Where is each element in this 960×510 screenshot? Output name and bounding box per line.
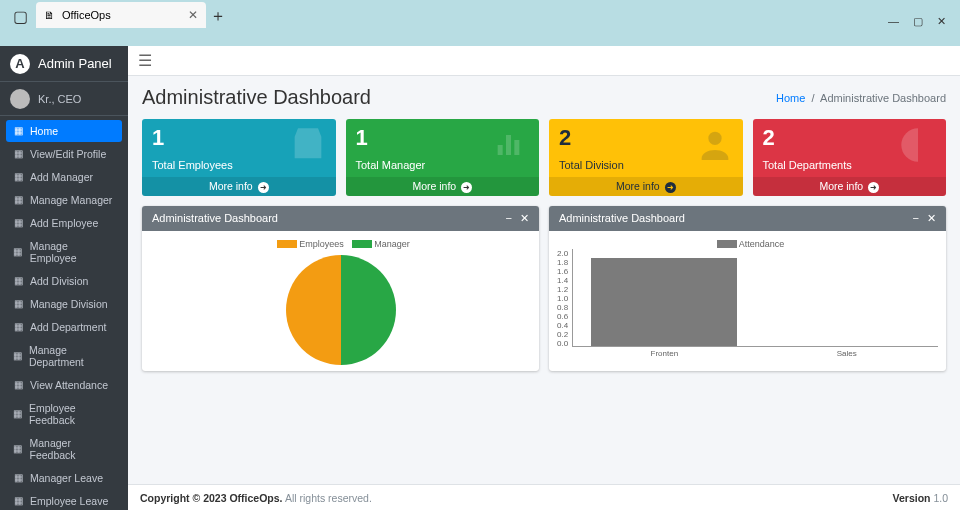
sidebar-item-label: Employee Feedback [29,402,116,426]
window-maximize-button[interactable]: ▢ [913,15,923,28]
stat-total-departments: 2Total DepartmentsMore info ➜ [753,119,947,196]
grid-icon [12,444,23,454]
sidebar-item-label: Manage Manager [30,194,112,206]
card-close-icon[interactable]: ✕ [520,212,529,225]
grid-icon [12,380,24,390]
breadcrumb-sep: / [808,92,820,104]
stat-total-manager: 1Total ManagerMore info ➜ [346,119,540,196]
grid-icon [12,126,24,136]
pie-chart [286,255,396,365]
footer-copyright-rest: All rights reserved. [285,492,372,504]
window-close-button[interactable]: ✕ [937,15,946,28]
tab-actions-icon[interactable]: ▢ [8,4,32,28]
user-name: Kr., CEO [38,93,81,105]
sidebar-item-label: View Attendance [30,379,108,391]
sidebar-item-manager-feedback[interactable]: Manager Feedback [6,432,122,466]
bar-legend: Attendance [557,239,938,249]
pie-card-title: Administrative Dashboard [152,212,278,224]
grid-icon [12,276,24,286]
grid-icon [12,218,24,228]
more-info-link[interactable]: More info ➜ [549,177,743,196]
bar-chart: FrontenSales [572,249,938,347]
main: ☰ Administrative Dashboard Home / Admini… [128,46,960,510]
sidebar-item-label: Manager Feedback [29,437,116,461]
sidebar-item-label: Add Division [30,275,88,287]
grid-icon [12,149,24,159]
brand-logo-icon: A [10,54,30,74]
sidebar-item-employee-feedback[interactable]: Employee Feedback [6,397,122,431]
sidebar-item-label: Employee Leave [30,495,108,507]
tab-title: OfficeOps [62,9,111,21]
breadcrumb: Home / Administrative Dashboard [776,92,946,104]
footer-version-label: Version [893,492,931,504]
sidebar-item-label: Manage Employee [30,240,116,264]
stat-icon [695,125,735,169]
grid-icon [12,299,24,309]
sidebar-item-view-edit-profile[interactable]: View/Edit Profile [6,143,122,165]
sidebar-item-manager-leave[interactable]: Manager Leave [6,467,122,489]
grid-icon [12,496,24,506]
new-tab-button[interactable]: ＋ [206,4,230,28]
sidebar-item-manage-department[interactable]: Manage Department [6,339,122,373]
sidebar-item-label: Manager Leave [30,472,103,484]
grid-icon [12,409,23,419]
breadcrumb-home-link[interactable]: Home [776,92,805,104]
sidebar-item-add-division[interactable]: Add Division [6,270,122,292]
stat-icon [491,125,531,169]
sidebar: A Admin Panel Kr., CEO HomeView/Edit Pro… [0,46,128,510]
grid-icon [12,172,24,182]
sidebar-item-add-manager[interactable]: Add Manager [6,166,122,188]
pie-card: Administrative Dashboard − ✕ Employees M… [142,206,539,371]
stat-icon [288,125,328,169]
footer: Copyright © 2023 OfficeOps. All rights r… [128,484,960,510]
browser-tab[interactable]: 🗎 OfficeOps ✕ [36,2,206,28]
window-minimize-button[interactable]: — [888,15,899,28]
sidebar-item-home[interactable]: Home [6,120,122,142]
more-info-link[interactable]: More info ➜ [346,177,540,196]
page-title: Administrative Dashboard [142,86,371,109]
stat-total-employees: 1Total EmployeesMore info ➜ [142,119,336,196]
sidebar-nav: HomeView/Edit ProfileAdd ManagerManage M… [0,116,128,510]
card-close-icon[interactable]: ✕ [927,212,936,225]
breadcrumb-current: Administrative Dashboard [820,92,946,104]
bar-card: Administrative Dashboard − ✕ Attendance … [549,206,946,371]
grid-icon [12,195,24,205]
close-tab-icon[interactable]: ✕ [188,8,198,22]
sidebar-item-add-employee[interactable]: Add Employee [6,212,122,234]
stat-icon [898,125,938,169]
sidebar-item-manage-employee[interactable]: Manage Employee [6,235,122,269]
footer-version-value: 1.0 [930,492,948,504]
sidebar-item-add-department[interactable]: Add Department [6,316,122,338]
brand[interactable]: A Admin Panel [0,46,128,82]
sidebar-item-label: Add Department [30,321,106,333]
card-minimize-icon[interactable]: − [913,212,919,225]
brand-name: Admin Panel [38,56,112,71]
sidebar-item-employee-leave[interactable]: Employee Leave [6,490,122,510]
sidebar-item-label: Manage Department [29,344,116,368]
bar [591,258,737,345]
stat-total-division: 2Total DivisionMore info ➜ [549,119,743,196]
footer-copyright-strong: Copyright © 2023 OfficeOps. [140,492,283,504]
grid-icon [12,322,24,332]
hamburger-icon[interactable]: ☰ [138,51,152,70]
bar-card-title: Administrative Dashboard [559,212,685,224]
grid-icon [12,351,23,361]
sidebar-item-manage-division[interactable]: Manage Division [6,293,122,315]
card-minimize-icon[interactable]: − [506,212,512,225]
sidebar-item-label: Manage Division [30,298,108,310]
pie-legend: Employees Manager [150,239,531,249]
topbar: ☰ [128,46,960,76]
sidebar-item-manage-manager[interactable]: Manage Manager [6,189,122,211]
more-info-link[interactable]: More info ➜ [753,177,947,196]
sidebar-item-label: Home [30,125,58,137]
sidebar-item-label: View/Edit Profile [30,148,106,160]
user-avatar-icon [10,89,30,109]
sidebar-item-label: Add Employee [30,217,98,229]
more-info-link[interactable]: More info ➜ [142,177,336,196]
grid-icon [12,247,24,257]
favicon-icon: 🗎 [44,9,56,21]
sidebar-item-label: Add Manager [30,171,93,183]
user-panel[interactable]: Kr., CEO [0,82,128,116]
grid-icon [12,473,24,483]
sidebar-item-view-attendance[interactable]: View Attendance [6,374,122,396]
